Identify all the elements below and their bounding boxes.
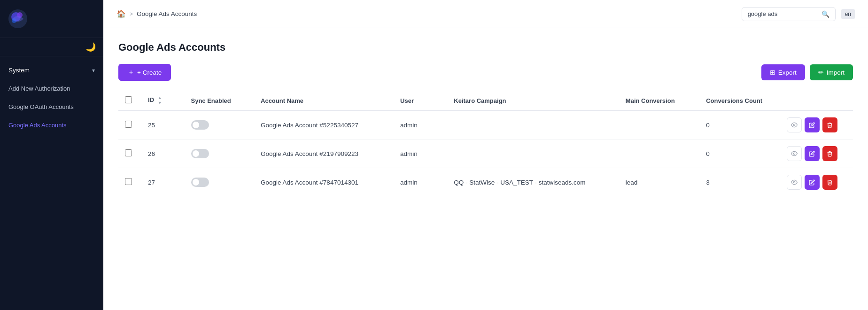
view-button[interactable] [787, 117, 802, 132]
sidebar-item-google-oauth[interactable]: Google OAuth Accounts [0, 98, 103, 116]
sidebar-item-system[interactable]: System ▾ [0, 61, 103, 79]
row-campaign [447, 140, 619, 168]
search-box: 🔍 [742, 7, 836, 21]
row-account-name: Google Ads Account #5225340527 [254, 110, 394, 140]
header-main-conversion: Main Conversion [619, 91, 699, 110]
row-checkbox[interactable] [125, 149, 132, 156]
sort-icon[interactable]: ▲▼ [158, 96, 162, 105]
delete-button[interactable] [822, 146, 837, 161]
create-button[interactable]: ＋ + Create [118, 64, 171, 81]
row-checkbox-cell [118, 140, 141, 168]
sidebar-item-google-oauth-label: Google OAuth Accounts [8, 103, 74, 110]
import-label: Import [827, 69, 845, 76]
table-row: 25 Google Ads Account #5225340527 admin … [118, 110, 853, 140]
table-header: ID ▲▼ Sync Enabled Account Name User Kei… [118, 91, 853, 110]
sidebar-item-add-auth[interactable]: Add New Authorization [0, 79, 103, 98]
row-user: admin [394, 110, 447, 140]
main-content: 🏠 > Google Ads Accounts 🔍 en Google Ads … [103, 0, 868, 310]
row-checkbox-cell [118, 110, 141, 140]
row-conversions-count: 0 [699, 140, 780, 168]
page-content: Google Ads Accounts ＋ + Create ⊞ Export … [103, 28, 868, 310]
svg-point-4 [793, 124, 795, 126]
breadcrumb-separator: > [130, 11, 133, 17]
sync-toggle[interactable] [191, 120, 209, 130]
chevron-icon: ▾ [92, 67, 95, 74]
sidebar-item-system-label: System [8, 67, 30, 74]
accounts-table: ID ▲▼ Sync Enabled Account Name User Kei… [118, 91, 853, 196]
row-id: 27 [141, 168, 184, 197]
table-row: 26 Google Ads Account #2197909223 admin … [118, 140, 853, 168]
sidebar-item-google-ads[interactable]: Google Ads Accounts [0, 116, 103, 134]
row-campaign [447, 110, 619, 140]
breadcrumb-current: Google Ads Accounts [137, 10, 197, 17]
row-user: admin [394, 168, 447, 197]
row-account-name: Google Ads Account #2197909223 [254, 140, 394, 168]
header-conversions-count: Conversions Count [699, 91, 780, 110]
breadcrumb: 🏠 > Google Ads Accounts [116, 9, 197, 18]
header-user: User [394, 91, 447, 110]
row-id: 25 [141, 110, 184, 140]
plus-icon: ＋ [128, 68, 134, 77]
sidebar-item-google-ads-label: Google Ads Accounts [8, 122, 67, 129]
row-sync [185, 168, 255, 197]
row-id: 26 [141, 140, 184, 168]
row-checkbox[interactable] [125, 178, 132, 185]
row-campaign: QQ - StatWise - USA_TEST - statwiseads.c… [447, 168, 619, 197]
export-button[interactable]: ⊞ Export [761, 64, 805, 80]
delete-button[interactable] [822, 117, 837, 132]
view-button[interactable] [787, 175, 802, 190]
row-conversions-count: 3 [699, 168, 780, 197]
dark-mode-toggle[interactable]: 🌙 [85, 42, 96, 52]
sidebar-nav: System ▾ Add New Authorization Google OA… [0, 56, 103, 310]
edit-button[interactable] [805, 175, 820, 190]
row-actions [780, 110, 853, 140]
row-checkbox-cell [118, 168, 141, 197]
action-buttons [787, 146, 846, 161]
row-actions [780, 140, 853, 168]
toolbar: ＋ + Create ⊞ Export ✏ Import [118, 64, 853, 81]
create-button-label: + Create [137, 69, 162, 76]
select-all-checkbox[interactable] [125, 96, 132, 103]
header-account-name: Account Name [254, 91, 394, 110]
toolbar-right: ⊞ Export ✏ Import [761, 64, 853, 80]
export-label: Export [778, 69, 797, 76]
row-checkbox[interactable] [125, 121, 132, 128]
action-buttons [787, 175, 846, 190]
header-sync: Sync Enabled [185, 91, 255, 110]
edit-button[interactable] [805, 117, 820, 132]
row-sync [185, 110, 255, 140]
page-title: Google Ads Accounts [118, 41, 853, 54]
header-checkbox-col [118, 91, 141, 110]
row-conversions-count: 0 [699, 110, 780, 140]
search-input[interactable] [748, 10, 818, 17]
table-row: 27 Google Ads Account #7847014301 admin … [118, 168, 853, 197]
header-id: ID ▲▼ [141, 91, 184, 110]
topbar-right: 🔍 en [742, 7, 855, 21]
moonshine-logo-icon [8, 8, 28, 29]
table-body: 25 Google Ads Account #5225340527 admin … [118, 110, 853, 196]
row-actions [780, 168, 853, 197]
row-sync [185, 140, 255, 168]
sidebar-logo [0, 0, 103, 38]
header-actions [780, 91, 853, 110]
row-main-conversion: lead [619, 168, 699, 197]
sidebar: 🌙 System ▾ Add New Authorization Google … [0, 0, 103, 310]
view-button[interactable] [787, 146, 802, 161]
action-buttons [787, 117, 846, 132]
edit-button[interactable] [805, 146, 820, 161]
svg-point-5 [793, 153, 795, 155]
delete-button[interactable] [822, 175, 837, 190]
search-icon[interactable]: 🔍 [822, 10, 829, 18]
import-button[interactable]: ✏ Import [810, 64, 853, 80]
language-selector[interactable]: en [841, 9, 855, 19]
header-campaign: Keitaro Campaign [447, 91, 619, 110]
home-icon[interactable]: 🏠 [116, 9, 126, 18]
row-account-name: Google Ads Account #7847014301 [254, 168, 394, 197]
import-icon: ✏ [818, 69, 824, 76]
row-main-conversion [619, 140, 699, 168]
row-user: admin [394, 140, 447, 168]
sidebar-item-add-auth-label: Add New Authorization [8, 85, 70, 92]
sync-toggle[interactable] [191, 178, 209, 187]
row-main-conversion [619, 110, 699, 140]
sync-toggle[interactable] [191, 149, 209, 158]
